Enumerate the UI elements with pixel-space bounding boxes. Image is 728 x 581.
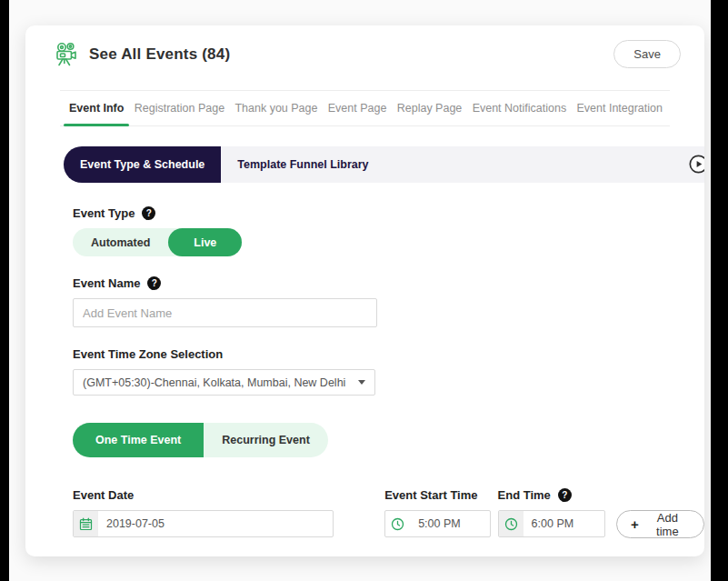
tab-event-integration[interactable]: Event Integration	[576, 91, 663, 125]
timezone-selected-value: (GMT+05:30)-Chennai, Kolkata, Mumbai, Ne…	[83, 376, 345, 389]
event-settings-card: See All Events (84) Save Event Info Regi…	[25, 25, 704, 556]
event-date-input[interactable]: 2019-07-05	[73, 510, 334, 537]
tab-registration-page[interactable]: Registration Page	[135, 91, 224, 125]
event-name-group: Event Name ?	[73, 276, 704, 327]
save-button[interactable]: Save	[613, 40, 681, 68]
start-time-value: 5:00 PM	[410, 517, 461, 530]
event-name-label: Event Name	[73, 276, 140, 290]
plus-icon: +	[631, 516, 639, 532]
tab-event-notifications[interactable]: Event Notifications	[473, 91, 567, 125]
event-type-help-icon[interactable]: ?	[142, 206, 155, 220]
schedule-option-recurring[interactable]: Recurring Event	[204, 423, 328, 457]
event-date-value: 2019-07-05	[98, 517, 165, 530]
card-header: See All Events (84) Save	[25, 25, 704, 79]
calendar-icon	[74, 511, 98, 536]
event-type-option-automated[interactable]: Automated	[73, 228, 168, 256]
timezone-group: Event Time Zone Selection (GMT+05:30)-Ch…	[73, 347, 704, 396]
clock-icon	[385, 511, 410, 536]
timezone-label-row: Event Time Zone Selection	[73, 347, 704, 361]
chevron-down-icon	[358, 380, 365, 385]
end-time-column: End Time ? 6:00 PM	[498, 488, 605, 537]
event-name-label-row: Event Name ?	[73, 276, 704, 290]
event-date-label-row: Event Date	[73, 488, 334, 502]
event-type-option-live[interactable]: Live	[168, 228, 242, 256]
end-time-label: End Time	[498, 488, 551, 502]
end-time-input[interactable]: 6:00 PM	[498, 510, 605, 537]
schedule-row: Event Date	[73, 488, 704, 538]
play-circle-icon[interactable]	[689, 155, 704, 174]
event-name-help-icon[interactable]: ?	[147, 276, 161, 290]
event-date-label: Event Date	[73, 488, 134, 502]
timezone-select[interactable]: (GMT+05:30)-Chennai, Kolkata, Mumbai, Ne…	[73, 369, 375, 396]
add-time-button[interactable]: + Add time	[616, 510, 704, 538]
main-tab-bar: Event Info Registration Page Thank you P…	[60, 90, 670, 126]
tab-event-page[interactable]: Event Page	[328, 91, 387, 125]
event-date-column: Event Date	[73, 488, 334, 537]
start-time-column: Event Start Time 5:00 PM	[384, 488, 490, 537]
event-type-label: Event Type	[73, 206, 135, 220]
tab-replay-page[interactable]: Replay Page	[397, 91, 463, 125]
page-background: See All Events (84) Save Event Info Regi…	[9, 0, 711, 581]
start-time-label-row: Event Start Time	[384, 488, 490, 502]
sub-tab-bar: Event Type & Schedule Template Funnel Li…	[64, 146, 704, 183]
end-time-help-icon[interactable]: ?	[558, 488, 572, 502]
add-time-label: Add time	[645, 511, 690, 538]
event-name-input[interactable]	[73, 298, 377, 327]
clock-icon	[499, 511, 524, 536]
event-form: Event Type ? Automated Live Event Name ?…	[25, 183, 704, 538]
start-time-label: Event Start Time	[384, 488, 477, 502]
end-time-value: 6:00 PM	[524, 517, 574, 530]
movie-camera-icon	[53, 41, 80, 68]
event-type-label-row: Event Type ?	[73, 206, 704, 220]
subtab-event-type-schedule[interactable]: Event Type & Schedule	[64, 146, 221, 183]
schedule-type-toggle: One Time Event Recurring Event	[73, 423, 328, 457]
page-title: See All Events (84)	[89, 45, 230, 64]
tab-thank-you-page[interactable]: Thank you Page	[234, 91, 317, 125]
timezone-label: Event Time Zone Selection	[73, 347, 223, 361]
tab-event-info[interactable]: Event Info	[69, 91, 124, 125]
start-time-input[interactable]: 5:00 PM	[384, 510, 490, 537]
end-time-label-row: End Time ?	[498, 488, 605, 502]
schedule-option-one-time[interactable]: One Time Event	[73, 423, 204, 457]
subtab-template-funnel-library[interactable]: Template Funnel Library	[237, 158, 368, 171]
event-type-toggle: Automated Live	[73, 228, 242, 256]
